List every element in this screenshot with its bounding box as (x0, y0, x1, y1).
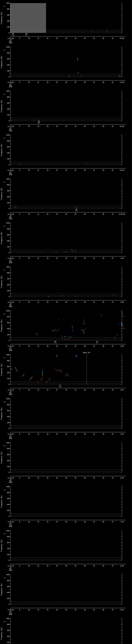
y-tick-label: 0 (9, 560, 10, 561)
x-tick-label: 20 (47, 126, 48, 127)
event-annotation-bottom: 2.2 (54, 342, 56, 344)
x-tick-label: 10 (28, 521, 30, 523)
y-tick-label: 400 (7, 460, 10, 462)
y-tick-label: 600 (7, 278, 10, 280)
y-tick-label: 400 (7, 196, 10, 198)
y-tick-label: 0 (9, 516, 10, 517)
x-tick-label: 40 (84, 477, 86, 479)
x-tick-label: 15 (38, 609, 39, 611)
y-tick-label: 800 (7, 8, 10, 10)
x-tick-label: 50 (102, 609, 104, 611)
x-tick-label: 35 (75, 565, 76, 567)
y-tick-label: 600 (7, 322, 10, 324)
date-line: 2020 (9, 130, 12, 132)
y-tick-label: 400 (7, 20, 10, 22)
spectrogram-panel-7: 020040060080010009:01:005101520253035404… (0, 264, 132, 308)
detection-streak (66, 375, 66, 376)
panel-number-label: (6) (3, 226, 6, 227)
x-tick-label: 20 (47, 389, 48, 391)
x-tick-label: 35 (75, 126, 76, 127)
panel-number-label: (15) (3, 621, 6, 622)
detection-streak (75, 355, 76, 357)
spectrogram-panel-15: 020040060080010009:09:005101520253035404… (0, 616, 132, 644)
y-tick-label: 0 (9, 428, 10, 430)
y-tick-label: 1000 (6, 134, 10, 136)
y-tick-label: 600 (7, 410, 10, 412)
x-tick-label: 50 (102, 345, 104, 347)
x-tick-label: 35 (75, 38, 76, 39)
detection-streak (78, 59, 78, 60)
x-tick-label: 40 (84, 126, 86, 127)
date-line: 2020 (9, 570, 12, 571)
detection-streak (64, 252, 65, 252)
x-tick-label: 40 (84, 433, 86, 435)
x-tick-label: 20 (47, 433, 48, 435)
detection-streak (60, 370, 60, 371)
x-tick-label: 35 (75, 521, 76, 523)
x-tick-label: 50 (102, 170, 104, 171)
x-end-time-label: 9:00:00 (119, 214, 125, 215)
date-line: 2020 (9, 86, 12, 88)
x-tick-label: 15 (38, 214, 39, 215)
spectrogram-panel-13: 020040060080010009:07:005101520253035404… (0, 528, 132, 572)
y-tick-label: 600 (7, 630, 10, 631)
detection-streak (24, 374, 24, 375)
y-tick-label: 800 (7, 492, 10, 494)
x-end-time-label: 8:00 (120, 565, 124, 567)
date-line: 2020 (9, 394, 12, 395)
x-tick-label: 35 (75, 389, 76, 391)
x-tick-label: 25 (56, 565, 58, 567)
detection-streak (84, 333, 84, 334)
x-tick-label: 30 (65, 477, 67, 479)
x-tick-label: 5 (19, 82, 20, 83)
x-tick-label: 25 (56, 170, 58, 171)
detection-streak (124, 316, 124, 317)
spectrogram-panel-1: 020040060080010008:55:005101520253035404… (0, 0, 132, 44)
x-tick-label: 5 (19, 433, 20, 435)
y-tick-label: 200 (7, 598, 10, 599)
date-line: 2020 (9, 614, 12, 615)
y-axis-title: Frequency (Hz) (1, 408, 2, 420)
y-tick-label: 800 (7, 580, 10, 582)
y-tick-label: 400 (7, 152, 10, 154)
y-tick-label: 800 (7, 96, 10, 98)
x-tick-label: 40 (84, 214, 86, 215)
x-tick-label: 10 (28, 609, 30, 611)
detection-streak (74, 374, 74, 374)
x-tick-label: 45 (93, 302, 95, 303)
event-annotation-bottom: 1.3 (96, 342, 98, 344)
x-end-time-label: 6:00 (120, 477, 124, 479)
x-tick-label: 20 (47, 565, 48, 567)
y-tick-label: 1000 (6, 530, 10, 532)
detection-streak (37, 333, 37, 335)
y-tick-label: 1000 (6, 310, 10, 312)
x-tick-label: 40 (84, 170, 86, 171)
x-tick-label: 20 (47, 345, 48, 347)
x-tick-label: 25 (56, 38, 58, 39)
detection-streak (10, 368, 12, 369)
detection-streak (122, 311, 122, 312)
x-tick-label: 30 (65, 345, 67, 347)
x-tick-label: 25 (56, 302, 58, 303)
panel-number-label: (12) (3, 489, 6, 491)
x-tick-label: 20 (47, 302, 48, 303)
y-tick-label: 600 (7, 366, 10, 368)
spectrogram-panel-9: ADDET_OFF020040060080010009:03:005101520… (0, 352, 132, 396)
detection-streak (62, 338, 63, 339)
x-tick-label: 30 (65, 521, 67, 523)
y-tick-label: 800 (7, 272, 10, 274)
x-tick-label: 55 (112, 126, 114, 127)
x-tick-label: 10 (28, 302, 30, 303)
x-tick-label: 5 (19, 389, 20, 391)
y-tick-label: 200 (7, 422, 10, 424)
x-tick-label: 5 (19, 170, 20, 171)
panel-number-label: (13) (3, 533, 6, 535)
panel-number-label: (8) (3, 313, 6, 315)
detection-streak (122, 326, 124, 329)
detection-streak (114, 338, 115, 338)
x-tick-label: 55 (112, 565, 114, 567)
x-tick-label: 35 (75, 302, 76, 303)
x-tick-label: 30 (65, 389, 67, 391)
x-tick-label: 15 (38, 521, 39, 523)
x-tick-label: 55 (112, 477, 114, 479)
